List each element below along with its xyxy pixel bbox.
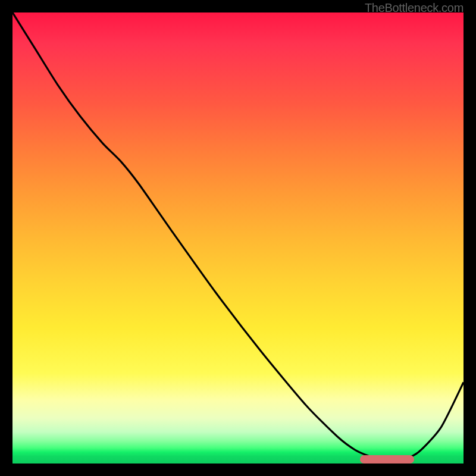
optimal-range-marker (360, 455, 414, 464)
bottleneck-curve (12, 12, 464, 464)
